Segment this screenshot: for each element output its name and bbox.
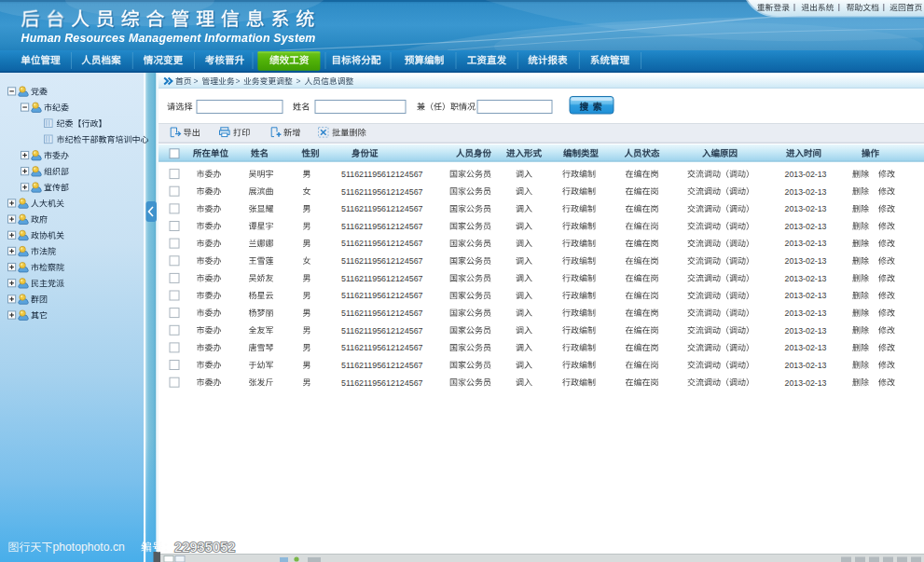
svg-text:>: > xyxy=(236,76,241,86)
svg-text:>: > xyxy=(297,76,301,86)
svg-text:photophoto.cn: photophoto.cn xyxy=(53,541,125,554)
svg-text:>: > xyxy=(194,76,199,86)
svg-text:Human Resources Management Inf: Human Resources Management Information S… xyxy=(21,32,316,45)
svg-text:22935052: 22935052 xyxy=(174,540,236,555)
